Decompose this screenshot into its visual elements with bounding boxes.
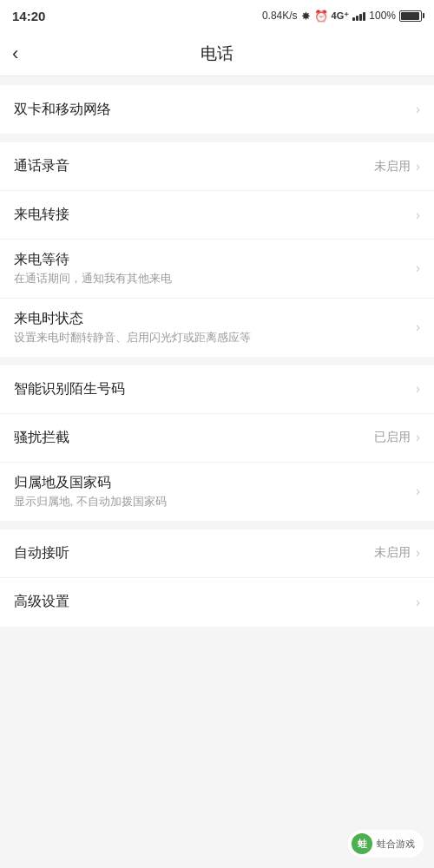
settings-item-incoming-status[interactable]: 来电时状态设置来电时翻转静音、启用闪光灯或距离感应等›	[0, 299, 434, 357]
settings-item-subtitle-location-code: 显示归属地, 不自动加拨国家码	[14, 495, 416, 510]
settings-item-call-waiting[interactable]: 来电等待在通话期间，通知我有其他来电›	[0, 240, 434, 299]
settings-item-value-auto-answer: 未启用	[374, 545, 411, 561]
settings-item-right-call-forwarding: ›	[416, 207, 420, 223]
settings-item-right-location-code: ›	[416, 483, 420, 499]
chevron-right-icon: ›	[416, 319, 420, 335]
settings-item-left-smart-identify: 智能识别陌生号码	[14, 369, 416, 409]
back-icon: ‹	[12, 43, 18, 65]
settings-item-left-auto-answer: 自动接听	[14, 533, 374, 573]
settings-item-title-location-code: 归属地及国家码	[14, 473, 416, 492]
chevron-right-icon: ›	[416, 260, 420, 276]
header: ‹ 电话	[0, 31, 434, 76]
chevron-right-icon: ›	[416, 102, 420, 117]
watermark-icon: 蛙	[352, 833, 372, 854]
settings-item-right-call-waiting: ›	[416, 260, 420, 276]
battery-fill	[401, 12, 419, 20]
settings-item-left-harassment-block: 骚扰拦截	[14, 418, 374, 457]
settings-item-right-advanced-settings: ›	[416, 595, 420, 610]
settings-item-location-code[interactable]: 归属地及国家码显示归属地, 不自动加拨国家码›	[0, 463, 434, 521]
settings-group-group1: 双卡和移动网络›	[0, 85, 434, 134]
battery-percentage: 100%	[369, 10, 396, 22]
bluetooth-icon: ✸	[301, 10, 311, 23]
settings-item-title-call-recording: 通话录音	[14, 156, 374, 175]
back-button[interactable]: ‹	[12, 43, 18, 65]
settings-item-title-auto-answer: 自动接听	[14, 543, 374, 562]
chevron-right-icon: ›	[416, 430, 420, 445]
status-time: 14:20	[12, 9, 45, 23]
settings-item-call-forwarding[interactable]: 来电转接›	[0, 191, 434, 240]
chevron-right-icon: ›	[416, 545, 420, 561]
settings-item-title-smart-identify: 智能识别陌生号码	[14, 379, 416, 398]
settings-item-value-call-recording: 未启用	[374, 159, 411, 174]
settings-item-right-call-recording: 未启用›	[374, 159, 420, 174]
signal-4g-icon: 4G⁺	[332, 10, 350, 22]
settings-item-right-smart-identify: ›	[416, 381, 420, 397]
settings-item-title-harassment-block: 骚扰拦截	[14, 428, 374, 447]
settings-item-title-call-forwarding: 来电转接	[14, 205, 416, 224]
settings-item-right-auto-answer: 未启用›	[374, 545, 420, 561]
settings-item-left-dual-sim: 双卡和移动网络	[14, 89, 416, 129]
chevron-right-icon: ›	[416, 595, 420, 610]
settings-item-right-incoming-status: ›	[416, 319, 420, 335]
settings-item-title-dual-sim: 双卡和移动网络	[14, 100, 416, 119]
settings-item-title-advanced-settings: 高级设置	[14, 592, 416, 611]
settings-group-group2: 通话录音未启用›来电转接›来电等待在通话期间，通知我有其他来电›来电时状态设置来…	[0, 142, 434, 357]
chevron-right-icon: ›	[416, 381, 420, 397]
settings-item-smart-identify[interactable]: 智能识别陌生号码›	[0, 365, 434, 414]
settings-item-left-call-recording: 通话录音	[14, 146, 374, 186]
settings-item-value-harassment-block: 已启用	[374, 430, 411, 445]
settings-group-group4: 自动接听未启用›高级设置›	[0, 529, 434, 627]
settings-item-auto-answer[interactable]: 自动接听未启用›	[0, 529, 434, 578]
settings-content: 双卡和移动网络›通话录音未启用›来电转接›来电等待在通话期间，通知我有其他来电›…	[0, 85, 434, 627]
settings-item-subtitle-call-waiting: 在通话期间，通知我有其他来电	[14, 272, 416, 287]
settings-item-left-advanced-settings: 高级设置	[14, 582, 416, 621]
settings-item-title-incoming-status: 来电时状态	[14, 309, 416, 328]
settings-item-advanced-settings[interactable]: 高级设置›	[0, 578, 434, 627]
chevron-right-icon: ›	[416, 207, 420, 223]
settings-item-title-call-waiting: 来电等待	[14, 250, 416, 269]
watermark-text: 蛙合游戏	[377, 838, 415, 851]
status-bar: 14:20 0.84K/s ✸ ⏰ 4G⁺ 100%	[0, 0, 434, 31]
settings-item-left-call-forwarding: 来电转接	[14, 194, 416, 234]
settings-item-right-harassment-block: 已启用›	[374, 430, 420, 445]
alarm-icon: ⏰	[314, 10, 328, 23]
page-title: 电话	[201, 43, 233, 65]
status-right: 0.84K/s ✸ ⏰ 4G⁺ 100%	[262, 10, 422, 23]
chevron-right-icon: ›	[416, 483, 420, 499]
settings-item-right-dual-sim: ›	[416, 102, 420, 117]
signal-bars	[352, 10, 365, 21]
settings-item-call-recording[interactable]: 通话录音未启用›	[0, 142, 434, 191]
settings-item-dual-sim[interactable]: 双卡和移动网络›	[0, 85, 434, 134]
battery-icon	[399, 10, 422, 22]
settings-item-harassment-block[interactable]: 骚扰拦截已启用›	[0, 414, 434, 463]
chevron-right-icon: ›	[416, 159, 420, 174]
settings-item-left-location-code: 归属地及国家码显示归属地, 不自动加拨国家码	[14, 463, 416, 521]
settings-item-subtitle-incoming-status: 设置来电时翻转静音、启用闪光灯或距离感应等	[14, 331, 416, 346]
network-speed: 0.84K/s	[262, 10, 298, 22]
settings-item-left-incoming-status: 来电时状态设置来电时翻转静音、启用闪光灯或距离感应等	[14, 299, 416, 357]
settings-item-left-call-waiting: 来电等待在通话期间，通知我有其他来电	[14, 240, 416, 298]
watermark: 蛙 蛙合游戏	[348, 830, 424, 858]
settings-group-group3: 智能识别陌生号码›骚扰拦截已启用›归属地及国家码显示归属地, 不自动加拨国家码›	[0, 365, 434, 521]
